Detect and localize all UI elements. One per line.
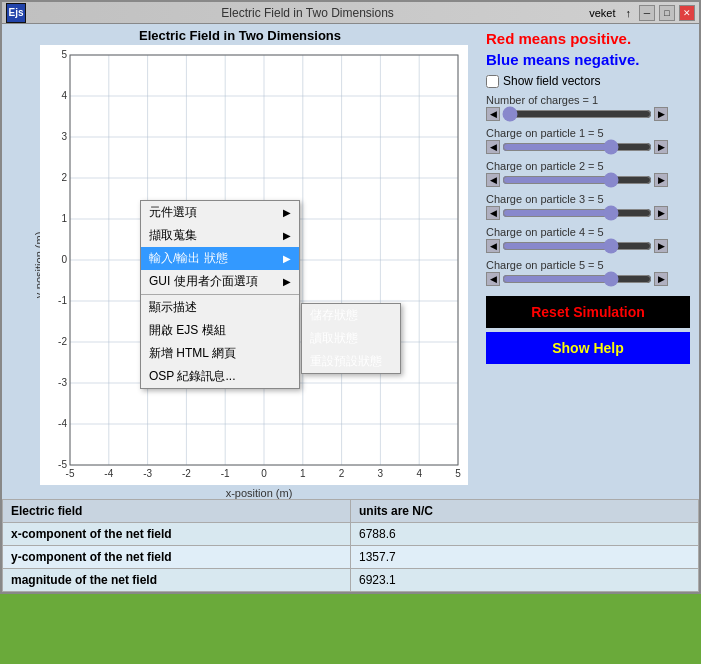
- right-panel: Red means positive. Blue means negative.…: [478, 24, 698, 499]
- ctx-arrow-1: ▶: [283, 230, 291, 241]
- magnitude-label: magnitude of the net field: [3, 569, 351, 592]
- charge-2-slider[interactable]: [502, 173, 652, 187]
- charge-4-slider-wrapper: ◀ ▶: [486, 239, 690, 253]
- charge-5-slider-wrapper: ◀ ▶: [486, 272, 690, 286]
- charge-2-increment-btn[interactable]: ▶: [654, 173, 668, 187]
- y-component-label: y-component of the net field: [3, 546, 351, 569]
- close-button[interactable]: ✕: [679, 5, 695, 21]
- ctx-sub-label-2: 重設預設狀態: [310, 353, 382, 370]
- ctx-sub-2[interactable]: 重設預設狀態: [302, 350, 400, 373]
- ctx-label-2: 輸入/輸出 狀態: [149, 250, 228, 267]
- ctx-sub-label-0: 儲存狀態: [310, 307, 358, 324]
- table-row: magnitude of the net field 6923.1: [3, 569, 699, 592]
- charge-4-section: Charge on particle 4 = 5 ◀ ▶: [486, 226, 690, 253]
- ctx-sub-1[interactable]: 讀取狀態: [302, 327, 400, 350]
- charge-3-slider-wrapper: ◀ ▶: [486, 206, 690, 220]
- chart-area: Electric Field in Two Dimensions y-posit…: [2, 24, 478, 499]
- minimize-button[interactable]: ─: [639, 5, 655, 21]
- charge-5-slider[interactable]: [502, 272, 652, 286]
- charges-increment-btn[interactable]: ▶: [654, 107, 668, 121]
- title-bar-left: Ejs: [6, 3, 26, 23]
- table-row: y-component of the net field 1357.7: [3, 546, 699, 569]
- magnitude-value: 6923.1: [351, 569, 699, 592]
- ctx-label-0: 元件選項: [149, 204, 197, 221]
- charge-3-section: Charge on particle 3 = 5 ◀ ▶: [486, 193, 690, 220]
- charge-1-increment-btn[interactable]: ▶: [654, 140, 668, 154]
- ctx-sep-1: [141, 294, 299, 295]
- ctx-label-7: OSP 紀錄訊息...: [149, 368, 235, 385]
- title-controls: veket ↑ ─ □ ✕: [589, 5, 695, 21]
- x-axis-label: x-position (m): [40, 487, 478, 499]
- table-header-row: Electric field units are N/C: [3, 500, 699, 523]
- blue-label: Blue means negative.: [486, 51, 690, 68]
- ctx-item-7[interactable]: OSP 紀錄訊息...: [141, 365, 299, 388]
- table-header-label: Electric field: [3, 500, 351, 523]
- ctx-item-1[interactable]: 擷取蒐集 ▶: [141, 224, 299, 247]
- ctx-item-0[interactable]: 元件選項 ▶: [141, 201, 299, 224]
- charge-1-slider[interactable]: [502, 140, 652, 154]
- y-component-value: 1357.7: [351, 546, 699, 569]
- number-of-charges-section: Number of charges = 1 ◀ ▶: [486, 94, 690, 121]
- x-component-value: 6788.6: [351, 523, 699, 546]
- charge-1-section: Charge on particle 1 = 5 ◀ ▶: [486, 127, 690, 154]
- charge-2-slider-wrapper: ◀ ▶: [486, 173, 690, 187]
- red-label: Red means positive.: [486, 30, 690, 47]
- bottom-table: Electric field units are N/C x-component…: [2, 499, 699, 592]
- ctx-item-3[interactable]: GUI 使用者介面選項 ▶: [141, 270, 299, 293]
- title-bar: Ejs Electric Field in Two Dimensions vek…: [2, 2, 699, 24]
- veket-label: veket: [589, 7, 615, 19]
- context-menu: 元件選項 ▶ 擷取蒐集 ▶ 輸入/輸出 狀態 ▶ 儲存狀態: [140, 200, 300, 389]
- app-icon: Ejs: [6, 3, 26, 23]
- charge-1-decrement-btn[interactable]: ◀: [486, 140, 500, 154]
- maximize-button[interactable]: □: [659, 5, 675, 21]
- charge-4-slider[interactable]: [502, 239, 652, 253]
- ctx-item-6[interactable]: 新增 HTML 網頁: [141, 342, 299, 365]
- x-component-label: x-component of the net field: [3, 523, 351, 546]
- ctx-arrow-0: ▶: [283, 207, 291, 218]
- ctx-label-6: 新增 HTML 網頁: [149, 345, 236, 362]
- ctx-label-5: 開啟 EJS 模組: [149, 322, 226, 339]
- charge-4-decrement-btn[interactable]: ◀: [486, 239, 500, 253]
- chart-title: Electric Field in Two Dimensions: [2, 24, 478, 45]
- charge-5-label: Charge on particle 5 = 5: [486, 259, 690, 271]
- charge-4-increment-btn[interactable]: ▶: [654, 239, 668, 253]
- window-title: Electric Field in Two Dimensions: [26, 6, 589, 20]
- charge-3-slider[interactable]: [502, 206, 652, 220]
- show-field-vectors-label[interactable]: Show field vectors: [503, 74, 600, 88]
- main-area: Electric Field in Two Dimensions y-posit…: [2, 24, 699, 499]
- ctx-label-3: GUI 使用者介面選項: [149, 273, 258, 290]
- ctx-item-5[interactable]: 開啟 EJS 模組: [141, 319, 299, 342]
- charge-5-decrement-btn[interactable]: ◀: [486, 272, 500, 286]
- reset-simulation-button[interactable]: Reset Simulation: [486, 296, 690, 328]
- charge-5-increment-btn[interactable]: ▶: [654, 272, 668, 286]
- table-row: x-component of the net field 6788.6: [3, 523, 699, 546]
- charge-3-increment-btn[interactable]: ▶: [654, 206, 668, 220]
- number-of-charges-slider-wrapper: ◀ ▶: [486, 107, 690, 121]
- charge-5-section: Charge on particle 5 = 5 ◀ ▶: [486, 259, 690, 286]
- number-of-charges-label: Number of charges = 1: [486, 94, 690, 106]
- ctx-submenu: 儲存狀態 讀取狀態 重設預設狀態: [301, 303, 401, 374]
- charge-2-label: Charge on particle 2 = 5: [486, 160, 690, 172]
- main-window: Ejs Electric Field in Two Dimensions vek…: [0, 0, 701, 594]
- ctx-sub-0[interactable]: 儲存狀態: [302, 304, 400, 327]
- charge-3-label: Charge on particle 3 = 5: [486, 193, 690, 205]
- charge-3-decrement-btn[interactable]: ◀: [486, 206, 500, 220]
- charge-2-section: Charge on particle 2 = 5 ◀ ▶: [486, 160, 690, 187]
- charges-decrement-btn[interactable]: ◀: [486, 107, 500, 121]
- table-header-value: units are N/C: [351, 500, 699, 523]
- ctx-arrow-3: ▶: [283, 276, 291, 287]
- ctx-sub-label-1: 讀取狀態: [310, 330, 358, 347]
- ctx-label-4: 顯示描述: [149, 299, 197, 316]
- show-field-vectors-checkbox[interactable]: [486, 75, 499, 88]
- charge-4-label: Charge on particle 4 = 5: [486, 226, 690, 238]
- ctx-item-2[interactable]: 輸入/輸出 狀態 ▶ 儲存狀態 讀取狀態 重設預設狀態: [141, 247, 299, 270]
- show-help-button[interactable]: Show Help: [486, 332, 690, 364]
- chart-container: 元件選項 ▶ 擷取蒐集 ▶ 輸入/輸出 狀態 ▶ 儲存狀態: [40, 45, 468, 485]
- ctx-item-4[interactable]: 顯示描述: [141, 296, 299, 319]
- ctx-label-1: 擷取蒐集: [149, 227, 197, 244]
- show-field-vectors-row: Show field vectors: [486, 74, 690, 88]
- ctx-arrow-2: ▶: [283, 253, 291, 264]
- charge-1-label: Charge on particle 1 = 5: [486, 127, 690, 139]
- number-of-charges-slider[interactable]: [502, 107, 652, 121]
- charge-2-decrement-btn[interactable]: ◀: [486, 173, 500, 187]
